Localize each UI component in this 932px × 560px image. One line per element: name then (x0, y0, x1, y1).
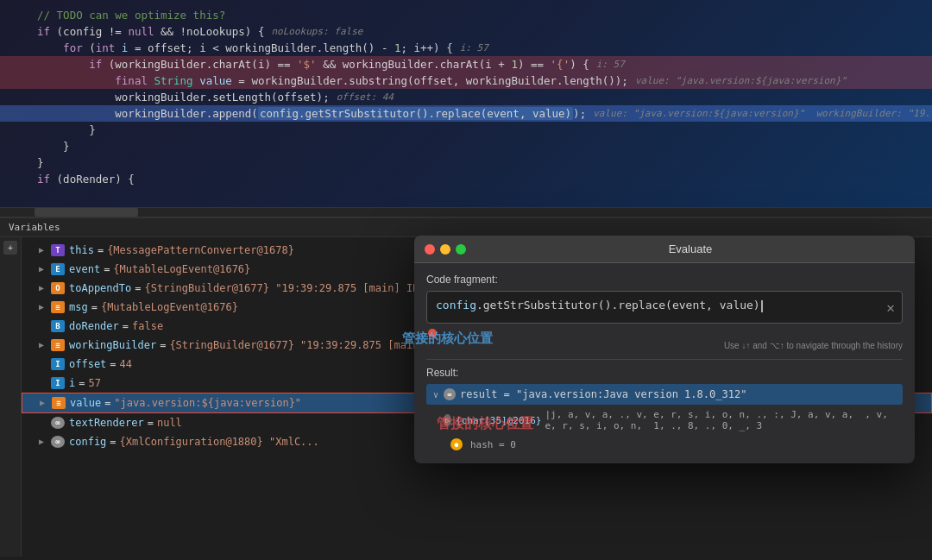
expand-icon: ▶ (39, 242, 51, 259)
result-row[interactable]: ∨ ∞ result = "java.version:Java version … (426, 384, 903, 405)
expand-icon (39, 374, 51, 392)
expand-icon (39, 318, 51, 335)
result-subrow-1: ▷ {char[35]@2016} |j, a, v, a, ., v, e, … (426, 406, 903, 434)
minimize-button[interactable] (440, 244, 450, 255)
var-label-offset: offset (69, 356, 106, 373)
code-line-4: if (workingBuilder.charAt(i) == '$' && w… (0, 56, 932, 72)
var-label-this: this (69, 242, 94, 259)
panel-title: Variables (9, 222, 60, 233)
code-line-5: final String value = workingBuilder.subs… (0, 72, 932, 89)
var-value-msg: {MutableLogEvent@1676} (101, 299, 238, 316)
var-icon-i: I (51, 377, 65, 389)
debug-icon-row (426, 329, 903, 337)
expand-icon (39, 356, 51, 373)
var-icon-event: E (51, 263, 65, 275)
code-line-8: } (0, 122, 932, 138)
var-label-event: event (69, 261, 100, 278)
var-label-workingbuilder: workingBuilder (69, 337, 156, 354)
code-fragment-text: config (436, 299, 476, 311)
code-line-2: if (config != null && !noLookups) { noLo… (0, 23, 932, 40)
var-icon-textrenderer: ∞ (51, 417, 65, 429)
result-label: Result: (426, 367, 903, 379)
code-line-3: for (int i = offset; i < workingBuilder.… (0, 40, 932, 56)
code-line-1: // TODO can we optimize this? (0, 7, 932, 23)
var-icon-config: ∞ (51, 436, 65, 448)
dialog-title: Evaluate (476, 242, 904, 255)
dialog-body: Code fragment: config.getStrSubstitutor(… (414, 263, 915, 463)
text-cursor (761, 300, 763, 312)
expand-icon: ▶ (39, 280, 51, 297)
var-icon-dorender: B (51, 320, 65, 332)
traffic-lights (425, 244, 466, 255)
code-line-6: workingBuilder.setLength(offset); offset… (0, 89, 932, 105)
var-icon-msg: ≡ (51, 301, 65, 313)
evaluate-dialog: Evaluate Code fragment: config.getStrSub… (414, 236, 915, 463)
result-type-icon: ∞ (444, 388, 456, 400)
add-variable-btn[interactable]: + (3, 241, 17, 255)
code-line-7: workingBuilder.append(config.getStrSubst… (0, 105, 932, 122)
history-hint: Use ↓↑ and ⌥↑ to navigate through the hi… (426, 341, 903, 350)
result-expand-icon: ∨ (433, 390, 438, 400)
var-label-dorender: doRender (69, 318, 119, 335)
var-icon-toappendto: O (51, 282, 65, 294)
code-fragment-input[interactable]: config.getStrSubstitutor().replace(event… (426, 291, 903, 324)
code-comment: // TODO can we optimize this? (37, 7, 225, 23)
var-value-offset: 44 (120, 356, 132, 373)
code-line-9: } (0, 138, 932, 154)
result-text: result = "java.version:Java version 1.8.… (460, 388, 746, 400)
panel-gutter: + (0, 237, 22, 557)
var-icon-offset: I (51, 358, 65, 370)
expand-icon: ▶ (39, 337, 51, 354)
var-label-msg: msg (69, 299, 88, 316)
var-label-config: config (69, 433, 106, 450)
debug-breakpoint-dot (428, 329, 437, 337)
result-section: Result: ∨ ∞ result = "java.version:Java … (426, 359, 903, 453)
expand-icon: ▶ (39, 433, 51, 450)
scrollbar-thumb[interactable] (35, 208, 138, 217)
code-editor: // TODO can we optimize this? if (config… (0, 0, 932, 207)
var-value-textrenderer: null (157, 414, 182, 431)
var-value-config: {XmlConfiguration@1880} "XmlC... (120, 433, 319, 450)
expand-icon: ▶ (40, 394, 52, 412)
expand-icon (39, 414, 51, 431)
var-label-textrenderer: textRenderer (69, 414, 144, 431)
result-sub-text: {char[35]@2016} (456, 415, 541, 426)
var-label-value: value (70, 394, 101, 412)
hash-icon: ● (450, 438, 463, 450)
code-lines: // TODO can we optimize this? if (config… (0, 0, 932, 194)
code-line-10: } (0, 154, 932, 171)
horizontal-scrollbar[interactable] (0, 207, 932, 217)
result-subrow-2: ● hash = 0 (426, 436, 903, 453)
var-icon-workingbuilder: ≡ (51, 339, 65, 351)
code-line-12: if (doRender) { (0, 171, 932, 187)
variables-panel: Variables + ▶ T this = {MessagePatternCo… (0, 217, 932, 560)
close-button[interactable] (425, 244, 435, 255)
var-icon-this: T (51, 244, 65, 256)
code-fragment-label: Code fragment: (426, 274, 903, 286)
panel-header: Variables (0, 218, 932, 237)
var-icon-value: ≡ (52, 397, 66, 409)
var-value-dorender: false (132, 318, 163, 335)
sub-type-icon: ▷ (444, 414, 451, 426)
var-value-i: 57 (88, 374, 100, 392)
maximize-button[interactable] (456, 244, 466, 255)
clear-button[interactable]: ✕ (886, 299, 895, 316)
var-label-i: i (69, 374, 75, 392)
dialog-titlebar: Evaluate (414, 236, 915, 263)
expand-icon: ▶ (39, 299, 51, 316)
result-hash: hash = 0 (470, 439, 516, 450)
expand-icon: ▶ (39, 261, 51, 278)
var-value-this: {MessagePatternConverter@1678} (107, 242, 294, 259)
var-value-event: {MutableLogEvent@1676} (113, 261, 250, 278)
var-label-toappendto: toAppendTo (69, 280, 131, 297)
panel-content: + ▶ T this = {MessagePatternConverter@16… (0, 237, 932, 557)
var-value-value: "java.version:${java:version}" (114, 394, 301, 412)
